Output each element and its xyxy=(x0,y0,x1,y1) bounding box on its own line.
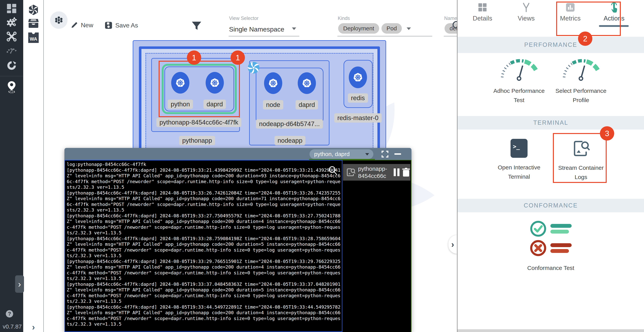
pause-icon[interactable] xyxy=(394,168,400,176)
container-daprd2-icon[interactable] xyxy=(298,72,316,94)
wasm-icon[interactable]: WA xyxy=(23,32,44,43)
dapr-sidecar-icon xyxy=(248,61,260,74)
kind-chip-deployment[interactable]: Deployment xyxy=(338,23,379,34)
minimize-icon[interactable] xyxy=(394,153,401,155)
annotation-badge-3: 3 xyxy=(600,126,614,141)
annotation-rect-3 xyxy=(553,133,607,183)
version-label: v0.7.87 xyxy=(3,323,22,330)
annotation-rect-2 xyxy=(556,1,621,36)
pod-label: nodeapp-d64b5747... xyxy=(256,119,323,129)
annotation-badge-1: 1 xyxy=(187,50,201,65)
chevron-down-icon[interactable] xyxy=(292,27,296,30)
section-header-performance: PERFORMANCE xyxy=(458,37,644,53)
container-selector-value: python, daprd xyxy=(314,151,350,157)
new-button[interactable]: New xyxy=(70,21,93,29)
fullscreen-icon[interactable] xyxy=(381,150,389,158)
save-as-button-label: Save As xyxy=(115,22,138,29)
service-label: nodeapp xyxy=(274,136,306,145)
sidebar-item-location[interactable] xyxy=(0,81,23,93)
pod-label: pythonapp-8454cc66c-4f7fk xyxy=(156,118,241,127)
container-redis-icon[interactable] xyxy=(349,66,367,88)
dapr-logo-icon[interactable] xyxy=(23,4,44,15)
section-header-terminal: TERMINAL xyxy=(458,116,644,130)
section-header-conformance: CONFORMANCE xyxy=(458,199,644,212)
trash-icon[interactable] xyxy=(402,168,410,177)
stream-logs-icon xyxy=(346,167,356,177)
help-button[interactable]: ? xyxy=(6,310,13,318)
views-branch-icon xyxy=(507,0,546,15)
container-node-icon[interactable] xyxy=(264,72,282,94)
annotation-rect-1 xyxy=(159,61,240,117)
expand-drawer-icon[interactable]: › xyxy=(23,322,44,332)
save-icon xyxy=(104,21,112,29)
log-stream-item[interactable]: pythonapp-8454cc66c xyxy=(343,164,410,181)
sidebar-item-patterns[interactable] xyxy=(0,60,23,71)
pencil-icon xyxy=(70,21,78,29)
sidebar-item-lifecycle[interactable] xyxy=(0,17,23,28)
sidebar-item-performance[interactable] xyxy=(0,45,23,54)
annotation-badge-1: 1 xyxy=(230,50,245,65)
log-streams-sidebar: pythonapp-8454cc66c xyxy=(342,160,412,332)
conformance-icon xyxy=(520,220,582,256)
gauge-icon xyxy=(488,58,550,81)
log-terminal-window: python, daprd log:pythonapp-8454cc66c-4f… xyxy=(64,148,412,332)
tab-details[interactable]: Details xyxy=(463,0,502,22)
sidebar-item-toolkit[interactable] xyxy=(0,31,23,42)
container-label: node xyxy=(263,100,283,109)
service-label: pythonapp xyxy=(179,136,215,145)
meshery-flower-button[interactable] xyxy=(50,11,68,29)
container-label: daprd xyxy=(296,100,318,109)
app-window: 1 python daprd pythonapp-8454cc66c-4f7fk… xyxy=(0,0,644,332)
terminal-icon: >_ xyxy=(488,139,550,158)
log-search-icon[interactable] xyxy=(328,165,338,175)
new-button-label: New xyxy=(81,22,93,29)
select-performance-profile-button[interactable]: Select Performance Profile xyxy=(550,58,612,105)
details-grid-icon xyxy=(463,0,502,15)
kind-chip-pod[interactable]: Pod xyxy=(382,23,402,34)
chevron-down-icon xyxy=(365,153,369,155)
view-selector-label: View Selector xyxy=(229,15,258,21)
view-selector-value[interactable]: Single Namespace xyxy=(229,25,284,33)
open-interactive-terminal-button[interactable]: >_ Open Interactive Terminal xyxy=(488,139,550,181)
log-output-pane[interactable]: log:pythonapp-8454cc66c-4f7fk [pythonapp… xyxy=(64,160,342,332)
kinds-label: Kinds xyxy=(338,15,350,21)
pod-label: redis-master-0 xyxy=(334,113,382,123)
save-as-button[interactable]: Save As xyxy=(104,21,138,29)
details-panel: Details Views Metrics Actions 2 PERFORMA… xyxy=(457,0,644,332)
sidebar-collapse-handle[interactable]: › xyxy=(15,275,24,293)
archive-drawer-icon[interactable] xyxy=(23,18,44,28)
wasm-label: WA xyxy=(30,36,37,42)
gauge-icon xyxy=(550,58,612,81)
conformance-test-button[interactable]: Conformance Test xyxy=(520,220,582,273)
secondary-sidebar: WA › xyxy=(23,0,44,332)
container-label: redis xyxy=(348,93,368,103)
annotation-badge-2: 2 xyxy=(578,31,592,46)
container-selector-dropdown[interactable]: python, daprd xyxy=(310,149,373,159)
sidebar-divider xyxy=(0,76,23,76)
stream-name: pythonapp-8454cc66c xyxy=(358,165,392,179)
adhoc-performance-test-button[interactable]: Adhoc Performance Test xyxy=(488,58,550,105)
sidebar-item-dashboard[interactable] xyxy=(0,3,23,13)
toolbar: New Save As View Selector Single Namespa… xyxy=(44,0,457,39)
chevron-down-icon[interactable] xyxy=(407,27,411,30)
tab-views[interactable]: Views xyxy=(507,0,546,22)
filter-icon[interactable] xyxy=(191,21,202,32)
panel-scrollbar-track[interactable] xyxy=(458,329,644,332)
